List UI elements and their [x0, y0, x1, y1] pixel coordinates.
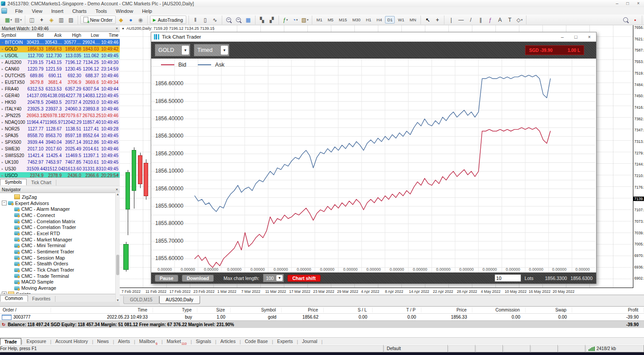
navigator-item-scripts[interactable]: +Scripts	[0, 291, 120, 294]
symbol-row-gold[interactable]: ▸GOLD1856.331856.631858.081843.0310:49:4…	[0, 46, 120, 52]
chart-tab-aus200-daily[interactable]: AUS200,Daily	[159, 296, 200, 304]
navigator-item-macd-sample[interactable]: MACD Sample	[0, 279, 120, 285]
symbol-row-swiss20[interactable]: ▸SWISS2011421.411425.411469.511397.110:4…	[0, 152, 120, 159]
trendline-tool[interactable]: /	[466, 16, 475, 24]
symbol-row-spa35[interactable]: ▸SPA358558.708563.708597.188552.6410:49:…	[0, 132, 120, 139]
column-header-bid[interactable]: Bid	[27, 33, 45, 38]
collapse-icon[interactable]: −	[2, 201, 7, 205]
navigator-item-moving-average[interactable]: Moving Average	[0, 285, 120, 291]
symbol-row-ndaq100[interactable]: ▸NDAQ10011964.4711965.9712042.2911857.40…	[0, 119, 120, 126]
symbol-row-spx500[interactable]: ▸SPX5003939.443940.043957.143912.8610:49…	[0, 139, 120, 146]
status-profile[interactable]: Default	[384, 345, 448, 352]
navigator-close-icon[interactable]: ×	[116, 187, 118, 192]
tab-articles[interactable]: Articles	[216, 338, 240, 345]
symbol-row-hk50[interactable]: ▸HK5020478.520483.520737.420293.010:49:4…	[0, 99, 120, 106]
tab-trade[interactable]: Trade	[0, 338, 21, 345]
symbol-row-uk100[interactable]: ▸UK1007452.977453.977467.857410.6110:49:…	[0, 159, 120, 166]
candle-chart-type-icon[interactable]: ▯	[201, 16, 210, 24]
menu-help[interactable]: Help	[137, 8, 157, 14]
tab-symbols[interactable]: Symbols	[0, 179, 27, 185]
periods-button[interactable]: ◔▾	[291, 16, 300, 24]
expand-icon[interactable]: +	[2, 292, 7, 294]
column-header-low[interactable]: Low	[82, 33, 100, 38]
community-icon[interactable]: ●	[126, 16, 135, 24]
navigator-item-cmc-sentiment-trader[interactable]: CMC - Sentiment Trader	[0, 248, 120, 255]
navigator-item-cmc-connect[interactable]: CMC - Connect	[0, 212, 120, 218]
tab-market[interactable]: Market110	[163, 338, 191, 345]
symbol-row-us30[interactable]: ▸US3031509.4431512.0431613.6031331.8310:…	[0, 166, 120, 172]
navigator-item-cmc-alarm-manager[interactable]: CMC - Alarm Manager	[0, 206, 120, 212]
chart-shift-button[interactable]: Chart shift	[287, 275, 321, 282]
symbol-row-bitcoin[interactable]: ▸BITCOIN30423....30543....30577....29924…	[0, 39, 120, 46]
column-header-ask[interactable]: Ask	[45, 33, 63, 38]
maximize-icon[interactable]: □	[626, 0, 629, 7]
navigator-item-expert-advisors[interactable]: −Expert Advisors	[0, 200, 120, 206]
market-watch-close-icon[interactable]: ×	[116, 26, 118, 31]
menu-view[interactable]: View	[27, 8, 47, 14]
navigator-scrollbar[interactable]: ▲▼	[115, 193, 120, 302]
terminal-column-price[interactable]: Price	[282, 308, 324, 312]
mode-select[interactable]: Timed ▼	[194, 44, 229, 56]
close-icon[interactable]: ×	[637, 0, 640, 7]
timeframe-m30[interactable]: M30	[350, 16, 362, 24]
terminal-column-tp[interactable]: T / P	[373, 308, 421, 312]
navigator-item-cmc-stealth-orders[interactable]: CMC - Stealth Orders	[0, 261, 120, 267]
timeframe-d1[interactable]: D1	[385, 16, 395, 24]
channel-tool[interactable]: ∥	[476, 16, 485, 24]
menu-file[interactable]: File	[11, 8, 27, 14]
autotrading-button[interactable]: ▶AutoTrading	[150, 16, 186, 24]
tab-mailbox[interactable]: Mailbox6	[135, 338, 161, 345]
zoom-out-icon[interactable]	[234, 16, 243, 24]
navigator-item-cmc-market-manager[interactable]: CMC - Market Manager	[0, 237, 120, 243]
tab-code-base[interactable]: Code Base	[241, 338, 272, 345]
symbol-row-jpn225[interactable]: ▸JPN22526963.1826978.1827079.6726763.251…	[0, 112, 120, 119]
timeframe-h1[interactable]: H1	[364, 16, 373, 24]
price-axis[interactable]: 7656.97621.97587.97553.97519.97484.97450…	[633, 25, 644, 288]
bar-chart-type-icon[interactable]: ‖	[191, 16, 200, 24]
terminal-column-order[interactable]: Order /	[0, 308, 51, 312]
line-chart-type-icon[interactable]: ∿	[211, 16, 220, 24]
arrange-icon-2[interactable]: ▞	[267, 16, 276, 24]
timeframe-h4[interactable]: H4	[374, 16, 384, 24]
symbol-row-ger40[interactable]: ▸GER4014137.0914138.0914227.7814083.1210…	[0, 92, 120, 99]
tab-journal[interactable]: Journal	[298, 338, 321, 345]
terminal-column-time[interactable]: Time	[51, 308, 153, 312]
cursor-hand-icon[interactable]: ◈	[47, 16, 56, 24]
column-header-high[interactable]: High	[63, 33, 82, 38]
new-order-button[interactable]: New Order	[80, 16, 116, 24]
navigator-item-cmc-trade-terminal[interactable]: CMC - Trade Terminal	[0, 273, 120, 279]
profiles-button[interactable]: ▤▾	[14, 16, 23, 24]
new-chart-button[interactable]: ▦▾	[4, 16, 13, 24]
symbol-row-can60[interactable]: ▸CAN601220.791221.591230.451206.1223:14:…	[0, 66, 120, 72]
scroll-up-icon[interactable]: ▲	[115, 33, 119, 36]
shapes-tool[interactable]: ◇▾	[515, 16, 524, 24]
text-tool[interactable]: A	[495, 16, 504, 24]
timeframe-m1[interactable]: M1	[314, 16, 325, 24]
timeframe-m5[interactable]: M5	[326, 16, 336, 24]
horizontal-line-tool[interactable]: —	[456, 16, 465, 24]
download-button[interactable]: Download	[182, 275, 214, 282]
label-tool[interactable]: T	[505, 16, 514, 24]
column-header-symbol[interactable]: Symbol	[0, 33, 27, 38]
tick-window-title-bar[interactable]: Tick Chart Trader – □ ×	[151, 32, 596, 42]
timeframe-w1[interactable]: W1	[396, 16, 406, 24]
symbol-row-nor25[interactable]: ▸NOR251127.771128.671138.511127.4110:49:…	[0, 126, 120, 132]
navigator-item-zigzag[interactable]: ZigZag	[0, 194, 120, 200]
menu-window[interactable]: Window	[111, 8, 137, 14]
date-axis[interactable]: 7 Feb 202211 Feb 202217 Feb 202223 Feb 2…	[120, 288, 633, 295]
pin-icon[interactable]: ▪	[631, 16, 640, 24]
timeframe-mn[interactable]: MN	[408, 16, 419, 24]
minimize-icon[interactable]: –	[561, 34, 564, 39]
navigator-item-cmc-session-map[interactable]: CMC - Session Map	[0, 255, 120, 261]
terminal-column-swap[interactable]: Swap	[526, 308, 572, 312]
lots-input[interactable]	[495, 274, 521, 282]
tab-alerts[interactable]: Alerts	[114, 338, 134, 345]
tab-signals[interactable]: Signals	[192, 338, 215, 345]
tab-news[interactable]: News	[93, 338, 113, 345]
menu-tools[interactable]: Tools	[91, 8, 111, 14]
navigator-item-cmc-excel-rtd[interactable]: CMC - Excel RTD	[0, 230, 120, 237]
terminal-column-commission[interactable]: Commission	[472, 308, 526, 312]
search-icon[interactable]	[621, 16, 630, 24]
pointer-tool-icon[interactable]: ↖	[423, 16, 432, 24]
minimize-icon[interactable]: –	[616, 0, 619, 7]
